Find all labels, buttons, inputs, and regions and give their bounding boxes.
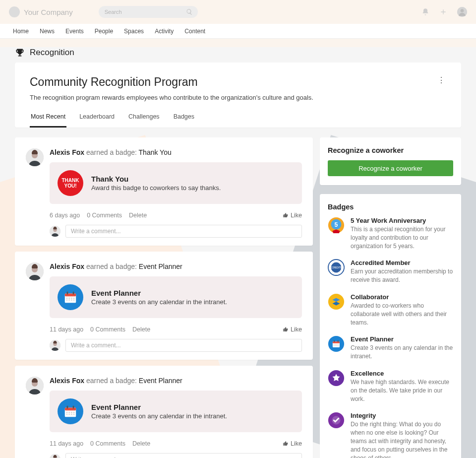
feed-headline: Alexis Fox earned a badge: Event Planner	[50, 262, 302, 270]
badge-box: Event Planner Create 3 events on any cal…	[50, 391, 302, 432]
like-label: Like	[291, 440, 302, 447]
tabs: Most Recent Leaderboard Challenges Badge…	[30, 113, 446, 128]
svg-rect-35	[73, 414, 75, 415]
brand-logo	[9, 6, 20, 17]
thumbs-up-icon	[283, 327, 289, 332]
badge-title: Event Planner	[91, 403, 227, 411]
svg-rect-57	[338, 345, 339, 346]
svg-rect-49	[338, 340, 339, 342]
nav-content[interactable]: Content	[184, 28, 205, 35]
badge-list-item[interactable]: Integrity Do the right thing: What do yo…	[328, 412, 453, 458]
feed-user[interactable]: Alexis Fox	[50, 148, 84, 156]
bell-icon[interactable]	[421, 8, 429, 16]
badge-list-desc: Create 3 events on any calendar in the i…	[351, 344, 453, 361]
tab-leaderboard[interactable]: Leaderboard	[78, 113, 116, 128]
page-title: Recognition	[30, 48, 74, 58]
svg-rect-55	[335, 345, 336, 346]
badge-list-item[interactable]: ACCREDITED Accredited Member Earn your a…	[328, 259, 453, 284]
badge-list-item[interactable]: Excellence We have high standards. We ex…	[328, 370, 453, 403]
svg-rect-9	[65, 294, 76, 297]
tab-badges[interactable]: Badges	[173, 113, 195, 128]
feed-item: Alexis Fox earned a badge: Event Planner…	[15, 252, 313, 360]
feed-comments[interactable]: 0 Comments	[90, 326, 125, 333]
svg-rect-17	[68, 300, 70, 301]
badge-desc: Create 3 events on any calendar in the i…	[91, 412, 227, 420]
svg-rect-11	[73, 292, 74, 295]
feed-user[interactable]: Alexis Fox	[50, 262, 84, 270]
svg-rect-56	[337, 345, 338, 346]
svg-rect-33	[68, 414, 70, 415]
program-description: The recognition program rewards employee…	[30, 94, 436, 101]
svg-text:5: 5	[335, 221, 338, 228]
feed-user[interactable]: Alexis Fox	[50, 377, 84, 385]
feed-comments[interactable]: 0 Comments	[90, 440, 125, 447]
feed-item: Alexis Fox earned a badge: Event Planner…	[15, 366, 313, 458]
svg-rect-29	[68, 412, 70, 413]
user-avatar[interactable]	[26, 377, 44, 394]
more-options-icon[interactable]: ⋮	[436, 75, 446, 85]
badge-desc: Award this badge to coworkers to say tha…	[91, 184, 221, 192]
svg-rect-26	[67, 406, 68, 409]
badge-list-desc: Earn your accreditation membership to re…	[351, 267, 453, 284]
feed-delete[interactable]: Delete	[132, 440, 150, 447]
nav-spaces[interactable]: Spaces	[124, 28, 144, 35]
feed-delete[interactable]: Delete	[129, 212, 147, 219]
badges-title: Badges	[328, 203, 453, 211]
badges-card: Badges 5 5 Year Work Anniversary This is…	[320, 194, 461, 458]
svg-rect-54	[334, 345, 335, 346]
comment-avatar	[50, 340, 60, 351]
svg-rect-48	[334, 340, 335, 342]
feed-comments[interactable]: 0 Comments	[87, 212, 122, 219]
recognize-button[interactable]: Recognize a coworker	[328, 160, 453, 176]
badge-list-name: Collaborator	[351, 293, 453, 301]
svg-rect-14	[71, 298, 72, 299]
badge-list-name: Excellence	[351, 370, 453, 377]
svg-rect-15	[73, 298, 75, 299]
user-avatar[interactable]	[26, 148, 44, 166]
tab-most-recent[interactable]: Most Recent	[30, 113, 66, 128]
recognize-title: Recognize a coworker	[328, 146, 453, 154]
like-button[interactable]: Like	[283, 212, 302, 219]
comment-input[interactable]	[65, 339, 302, 352]
feed-delete[interactable]: Delete	[132, 326, 150, 333]
like-label: Like	[291, 326, 302, 333]
badge-list-item[interactable]: Collaborator Awarded to co-workers who c…	[328, 293, 453, 327]
tab-challenges[interactable]: Challenges	[127, 113, 161, 128]
plus-icon[interactable]	[439, 8, 447, 16]
user-avatar[interactable]	[26, 262, 44, 280]
comment-avatar	[50, 454, 60, 458]
trophy-icon	[15, 48, 25, 58]
nav-activity[interactable]: Activity	[155, 28, 174, 35]
svg-point-1	[461, 9, 464, 12]
svg-rect-30	[71, 412, 72, 413]
feed-headline: Alexis Fox earned a badge: Event Planner	[50, 377, 302, 385]
svg-rect-51	[335, 344, 336, 345]
main-nav: Home News Events People Spaces Activity …	[0, 24, 476, 39]
nav-news[interactable]: News	[40, 28, 55, 35]
comment-input[interactable]	[65, 453, 302, 458]
badge-icon: THANKYOU!	[58, 170, 83, 196]
badge-list-name: Accredited Member	[351, 259, 453, 266]
recognize-card: Recognize a coworker Recognize a coworke…	[320, 137, 461, 185]
svg-rect-53	[338, 344, 339, 345]
badge-desc: Create 3 events on any calendar in the i…	[91, 298, 227, 306]
like-button[interactable]: Like	[283, 326, 302, 333]
comment-input[interactable]	[65, 225, 302, 238]
thumbs-up-icon	[283, 441, 289, 447]
badge-list-icon	[328, 293, 345, 310]
nav-events[interactable]: Events	[65, 28, 84, 35]
badge-list-item[interactable]: Event Planner Create 3 events on any cal…	[328, 335, 453, 361]
badge-icon	[58, 284, 83, 310]
badge-list-item[interactable]: 5 5 Year Work Anniversary This is a spec…	[328, 217, 453, 250]
user-avatar-icon[interactable]	[457, 7, 467, 17]
nav-home[interactable]: Home	[13, 28, 29, 35]
svg-rect-32	[66, 414, 68, 415]
svg-rect-18	[71, 300, 72, 301]
badge-list-icon	[328, 412, 345, 429]
badge-title: Thank You	[91, 175, 221, 183]
svg-rect-28	[66, 412, 68, 413]
nav-people[interactable]: People	[95, 28, 113, 35]
badge-list-icon: 5	[328, 217, 345, 234]
like-button[interactable]: Like	[283, 440, 302, 447]
search-input[interactable]	[99, 6, 198, 18]
